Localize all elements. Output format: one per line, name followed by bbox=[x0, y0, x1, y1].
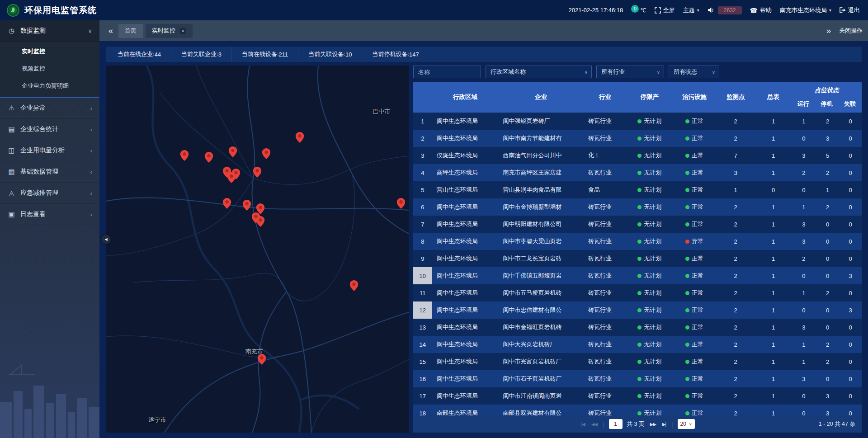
tabs-forward-button[interactable]: » bbox=[823, 26, 835, 36]
map-pin[interactable] bbox=[350, 280, 359, 293]
column-header-company[interactable]: 企业 bbox=[498, 82, 583, 113]
table-row[interactable]: 2阆中生态环境局阆中市南方节能建材有砖瓦行业无计划正常21030 bbox=[413, 130, 862, 147]
close-operations-button[interactable]: 关闭操作 bbox=[839, 27, 863, 35]
column-header-points[interactable]: 监测点 bbox=[717, 82, 755, 113]
last-page-button[interactable]: ▶| bbox=[661, 422, 667, 427]
status-dot bbox=[637, 308, 642, 312]
filter-bar: 行政区域名称 ∨ 所有行业 ∨ 所有状态 ∨ bbox=[413, 66, 862, 78]
status-dot bbox=[637, 222, 642, 226]
close-icon[interactable]: ✕ bbox=[179, 28, 186, 34]
announcement-button[interactable] bbox=[708, 7, 714, 13]
org-dropdown[interactable]: 南充市生态环境局 ▾ bbox=[780, 6, 831, 14]
column-header-stop[interactable]: 停机 bbox=[815, 95, 839, 113]
sidebar-group-power-analysis[interactable]: ◫企业用电量分析‹ bbox=[0, 140, 99, 161]
column-header-limit[interactable]: 停限产 bbox=[627, 82, 672, 113]
status-dot bbox=[637, 154, 642, 158]
page-size-select[interactable]: 20 ∨ bbox=[678, 419, 695, 429]
table-row[interactable]: 13阆中生态环境局阆中市金福旺页岩机砖砖瓦行业无计划正常21300 bbox=[413, 319, 862, 336]
table-row[interactable]: 3仪陇生态环境局西南油气田分公司川中化工无计划正常71350 bbox=[413, 147, 862, 164]
prev-page-button[interactable]: ◀◀ bbox=[590, 422, 598, 427]
status-dot bbox=[685, 240, 689, 244]
status-dot bbox=[685, 325, 689, 330]
table-row[interactable]: 4高坪生态环境局南充市高坪区王家店建砖瓦行业无计划正常31220 bbox=[413, 164, 862, 181]
map-collapse-button[interactable]: ◀ bbox=[101, 235, 111, 244]
name-filter-input[interactable] bbox=[413, 66, 481, 78]
table-row[interactable]: 16阆中生态环境局阆中市石子页岩机砖厂砖瓦行业无计划正常21300 bbox=[413, 370, 862, 387]
map-pin[interactable] bbox=[204, 152, 213, 165]
status-dot bbox=[637, 171, 642, 175]
tab-home[interactable]: 首页 bbox=[118, 24, 143, 38]
status-filter-select[interactable]: 所有状态 ∨ bbox=[669, 66, 719, 78]
table-row[interactable]: 5营山生态环境局营山县润丰肉食品有限食品无计划正常10010 bbox=[413, 181, 862, 198]
page-input[interactable] bbox=[609, 419, 623, 429]
status-dot bbox=[637, 377, 642, 381]
sidebar-item-realtime-monitor[interactable]: 实时监控 bbox=[0, 43, 99, 60]
tab-list: 首页实时监控✕ bbox=[118, 24, 823, 38]
column-header-lost[interactable]: 失联 bbox=[838, 95, 862, 113]
map-pin[interactable] bbox=[253, 167, 262, 179]
column-header-no[interactable] bbox=[413, 82, 432, 113]
table-row[interactable]: 14阆中生态环境局阆中大兴页岩机砖厂砖瓦行业无计划正常21120 bbox=[413, 336, 862, 353]
skyline-decoration bbox=[0, 348, 99, 438]
table-row[interactable]: 10阆中生态环境局阆中千佛镇五郎垭页岩砖瓦行业无计划正常21003 bbox=[413, 267, 862, 284]
region-filter-select[interactable]: 行政区域名称 ∨ bbox=[486, 66, 592, 78]
map-pin[interactable] bbox=[256, 216, 264, 229]
status-dot bbox=[637, 137, 642, 141]
table-row[interactable]: 8阆中生态环境局阆中市枣碧大梁山页岩砖瓦行业无计划异常21300 bbox=[413, 233, 862, 250]
column-header-run[interactable]: 运行 bbox=[792, 95, 815, 113]
map-panel[interactable]: 巴中市南充市遂宁市 ◀ bbox=[106, 66, 409, 433]
first-page-button[interactable]: |◀ bbox=[580, 422, 585, 427]
table-row[interactable]: 9阆中生态环境局阆中市二龙长宝页岩砖砖瓦行业无计划正常21200 bbox=[413, 250, 862, 267]
column-header-industry[interactable]: 行业 bbox=[584, 82, 627, 113]
sidebar-group-emergency[interactable]: ◬应急减排管理‹ bbox=[0, 183, 99, 204]
tab-realtime[interactable]: 实时监控✕ bbox=[146, 24, 193, 38]
next-page-button[interactable]: ▶▶ bbox=[649, 422, 656, 427]
table-row[interactable]: 18南部生态环境局南部县双兴建材有限公砖瓦行业无计划正常21030 bbox=[413, 405, 862, 415]
map-pin[interactable] bbox=[180, 150, 189, 163]
speaker-icon bbox=[708, 7, 714, 13]
column-header-region[interactable]: 行政区域 bbox=[432, 82, 499, 113]
map-pin[interactable] bbox=[262, 148, 271, 161]
map-pin[interactable] bbox=[232, 169, 241, 181]
chevron-down-icon: ∨ bbox=[585, 70, 588, 75]
map-pin[interactable] bbox=[242, 200, 251, 212]
help-button[interactable]: ☎ 帮助 bbox=[750, 6, 772, 14]
sidebar-menu: ◷数据监测∨实时监控视频监控企业电力负荷明细⚠企业异常‹▤企业综合统计‹◫企业用… bbox=[0, 20, 99, 225]
fullscreen-button[interactable]: 全屏 bbox=[655, 6, 675, 14]
status-dot bbox=[637, 119, 642, 123]
sidebar-group-logs[interactable]: ▣日志查看‹ bbox=[0, 204, 99, 225]
sidebar-group-base-data[interactable]: ▦基础数据管理‹ bbox=[0, 161, 99, 183]
table-row[interactable]: 11阆中生态环境局阆中市五马桥页岩机砖砖瓦行业无计划正常21120 bbox=[413, 284, 862, 301]
table-row[interactable]: 17阆中生态环境局阆中市江南镇阆南页岩砖瓦行业无计划正常21030 bbox=[413, 387, 862, 405]
sidebar-item-power-load-detail[interactable]: 企业电力负荷明细 bbox=[0, 77, 99, 94]
table-row[interactable]: 7阆中生态环境局阆中明阳建材有限公司砖瓦行业无计划正常21300 bbox=[413, 216, 862, 233]
table-row[interactable]: 1阆中生态环境局阆中强锐页岩砖厂砖瓦行业无计划正常21120 bbox=[413, 113, 862, 130]
theme-dropdown[interactable]: 主题 ▾ bbox=[683, 6, 699, 14]
sidebar-group-enterprise-abnormal[interactable]: ⚠企业异常‹ bbox=[0, 98, 99, 119]
sidebar-group-enterprise-stats[interactable]: ▤企业综合统计‹ bbox=[0, 119, 99, 140]
content-area: 当前在线企业: 44当前失联企业: 3当前在线设备: 211当前失联设备: 10… bbox=[99, 41, 868, 438]
tabs-back-button[interactable]: « bbox=[105, 26, 117, 36]
status-dot bbox=[685, 343, 689, 347]
table-row[interactable]: 15阆中生态环境局阆中市光富页岩机砖厂砖瓦行业无计划正常21120 bbox=[413, 353, 862, 370]
industry-filter-select[interactable]: 所有行业 ∨ bbox=[596, 66, 664, 78]
column-header-meters[interactable]: 总表 bbox=[755, 82, 792, 113]
pager-divider: | bbox=[671, 421, 673, 428]
logout-button[interactable]: 退出 bbox=[840, 6, 860, 14]
table-row[interactable]: 6阆中生态环境局阆中市金博瑞新型墙材砖瓦行业无计划正常21120 bbox=[413, 198, 862, 216]
map-pin[interactable] bbox=[295, 132, 304, 145]
stat-label: 当前失联设备: bbox=[308, 50, 345, 58]
column-header-facility[interactable]: 治污设施 bbox=[672, 82, 716, 113]
map-pin[interactable] bbox=[223, 198, 231, 211]
analysis-icon: ◫ bbox=[7, 146, 16, 155]
pagination-bar: |◀ ◀◀ | 共 3 页 ▶▶ ▶| | 20 ∨ bbox=[413, 415, 862, 433]
status-dot bbox=[685, 205, 689, 209]
map-pin[interactable] bbox=[397, 198, 406, 211]
map-pin[interactable] bbox=[229, 146, 237, 159]
monitor-icon: ◷ bbox=[7, 27, 16, 35]
status-dot bbox=[685, 360, 689, 364]
sidebar-item-video-monitor[interactable]: 视频监控 bbox=[0, 60, 99, 77]
status-dot bbox=[637, 360, 642, 364]
table-row[interactable]: 12阆中生态环境局阆中市忠信建材有限公砖瓦行业无计划正常21003 bbox=[413, 301, 862, 319]
sidebar-group-data-monitor[interactable]: ◷数据监测∨ bbox=[0, 20, 99, 42]
